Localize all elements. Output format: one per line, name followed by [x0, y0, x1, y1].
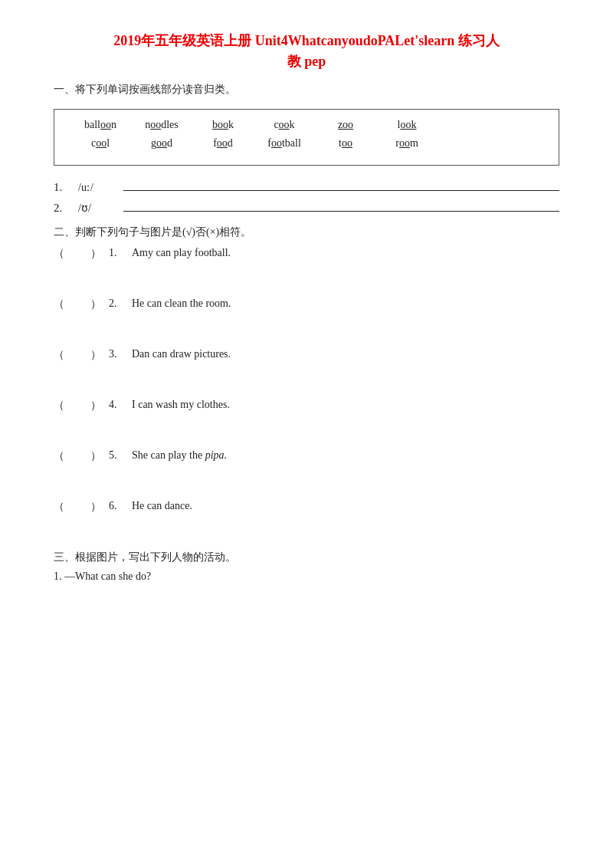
fill2-underline — [123, 211, 559, 212]
judge-bracket-4: （ — [54, 399, 67, 413]
section1-label: 一、将下列单词按画线部分读音归类。 — [54, 83, 559, 97]
judge-item-5: （ ） 5. She can play the pipa. — [54, 449, 559, 463]
judge-bracket-3: （ — [54, 348, 67, 362]
judge-bracket-1b: ） — [90, 247, 104, 261]
judge-space-3 — [72, 348, 86, 361]
judge-bracket-2b: ） — [90, 298, 104, 311]
word-row-2: cool good food football too room — [70, 137, 543, 150]
word-food: food — [192, 137, 254, 150]
judge-text-1: Amy can play football. — [132, 247, 231, 259]
judge-bracket-5: （ — [54, 449, 67, 463]
word-look: look — [376, 119, 438, 131]
judge-bracket-4b: ） — [90, 399, 104, 413]
judge-num-2: 2. — [109, 298, 127, 310]
word-zoo: zoo — [315, 119, 376, 131]
word-cook: cook — [254, 119, 315, 131]
word-football: football — [254, 137, 315, 150]
fill1-num: 1. — [54, 181, 75, 194]
judge-num-1: 1. — [109, 247, 127, 259]
judge-bracket-2: （ — [54, 298, 67, 311]
word-book: book — [192, 119, 254, 131]
judge-bracket-6b: ） — [90, 500, 104, 514]
judge-section: （ ） 1. Amy can play football. （ ） 2. He … — [54, 247, 559, 514]
judge-space-1 — [72, 247, 86, 260]
judge-text-3: Dan can draw pictures. — [132, 348, 231, 360]
fill2-num: 2. — [54, 202, 75, 215]
judge-item-4: （ ） 4. I can wash my clothes. — [54, 399, 559, 413]
judge-num-6: 6. — [109, 500, 127, 512]
judge-item-6: （ ） 6. He can dance. — [54, 500, 559, 514]
word-balloon: balloon — [70, 119, 131, 131]
section3-label: 三、根据图片，写出下列人物的活动。 — [54, 551, 559, 564]
judge-bracket-3b: ） — [90, 348, 104, 362]
judge-bracket-1: （ — [54, 247, 67, 261]
judge-num-5: 5. — [109, 449, 127, 462]
fill1-underline — [123, 190, 559, 191]
judge-space-5 — [72, 449, 86, 462]
page-title: 2019年五年级英语上册 Unit4WhatcanyoudoPALet'slea… — [54, 31, 559, 72]
judge-num-3: 3. — [109, 348, 127, 360]
judge-text-5: She can play the pipa. — [132, 449, 227, 462]
judge-bracket-5b: ） — [90, 449, 104, 463]
judge-space-6 — [72, 500, 86, 513]
judge-text-2: He can clean the room. — [132, 298, 231, 310]
word-too: too — [315, 137, 376, 150]
word-good: good — [131, 137, 192, 150]
judge-item-1: （ ） 1. Amy can play football. — [54, 247, 559, 261]
word-box: balloon noodles book cook zoo look cool … — [54, 109, 559, 166]
fill2-phonetic: /ʊ/ — [78, 202, 120, 215]
judge-space-2 — [72, 298, 86, 311]
word-noodles: noodles — [131, 119, 192, 131]
word-room: room — [376, 137, 438, 150]
judge-bracket-6: （ — [54, 500, 67, 514]
fill-line-1: 1. /uː/ — [54, 181, 559, 194]
judge-num-4: 4. — [109, 399, 127, 411]
q1-text: 1. —What can she do? — [54, 570, 559, 583]
word-row-1: balloon noodles book cook zoo look — [70, 119, 543, 131]
judge-text-4: I can wash my clothes. — [132, 399, 230, 411]
judge-text-6: He can dance. — [132, 500, 192, 512]
judge-item-2: （ ） 2. He can clean the room. — [54, 298, 559, 311]
fill1-phonetic: /uː/ — [78, 181, 120, 194]
word-cool: cool — [70, 137, 131, 150]
fill-line-2: 2. /ʊ/ — [54, 202, 559, 215]
judge-item-3: （ ） 3. Dan can draw pictures. — [54, 348, 559, 362]
section2-label: 二、判断下列句子与图片是(√)否(×)相符。 — [54, 225, 559, 239]
judge-space-4 — [72, 399, 86, 412]
